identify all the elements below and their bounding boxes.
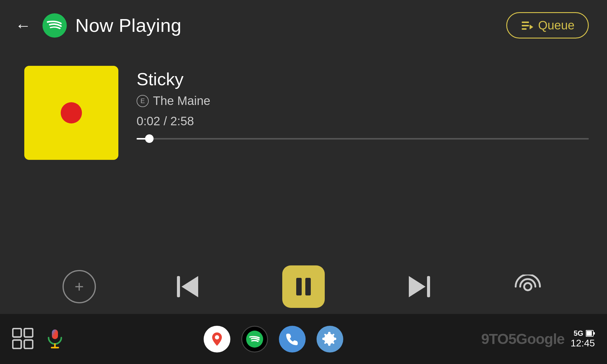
svg-point-18 (246, 331, 263, 348)
svg-rect-5 (177, 276, 180, 297)
watermark: 9TO5Google (481, 331, 565, 347)
back-button[interactable]: ← (15, 18, 31, 33)
svg-marker-4 (530, 25, 533, 29)
pause-icon (296, 278, 311, 295)
page-title: Now Playing (75, 15, 181, 36)
queue-icon (521, 19, 533, 32)
svg-rect-13 (24, 340, 33, 349)
track-title: Sticky (137, 69, 589, 89)
svg-rect-14 (52, 329, 58, 339)
maps-app-icon[interactable] (204, 326, 230, 352)
microphone-button[interactable] (44, 328, 66, 350)
svg-rect-21 (593, 332, 595, 335)
album-art (24, 66, 118, 160)
status-icons: 5G (571, 329, 595, 338)
svg-point-17 (215, 335, 219, 339)
settings-icon (322, 331, 338, 347)
svg-point-0 (42, 13, 67, 38)
queue-button[interactable]: Queue (506, 12, 589, 39)
next-button[interactable] (401, 270, 435, 303)
time-status: 5G 12:45 (571, 329, 595, 349)
phone-icon (284, 331, 300, 347)
svg-rect-10 (13, 329, 21, 337)
track-artist: E The Maine (137, 94, 589, 108)
maps-icon (209, 331, 225, 347)
cast-button[interactable] (511, 270, 544, 303)
signal-text: 5G (574, 329, 583, 338)
phone-app-icon[interactable] (279, 326, 306, 352)
grid-button[interactable] (12, 328, 33, 350)
clock: 12:45 (571, 338, 595, 349)
svg-rect-8 (427, 276, 430, 297)
controls-bar: + (0, 265, 607, 308)
spotify-app-icon[interactable] (241, 326, 268, 352)
track-info: Sticky E The Maine 0:02 / 2:58 (137, 66, 589, 141)
microphone-icon (44, 328, 66, 349)
svg-rect-3 (522, 28, 527, 30)
pause-bar-left (296, 278, 302, 295)
pause-bar-right (305, 278, 311, 295)
progress-fill (137, 138, 146, 140)
main-content: Sticky E The Maine 0:02 / 2:58 (0, 48, 607, 172)
svg-marker-7 (409, 276, 426, 297)
header-left: ← Now Playing (15, 13, 181, 38)
add-button[interactable]: + (63, 270, 96, 303)
header: ← Now Playing Queue (0, 0, 607, 48)
taskbar-right: 9TO5Google 5G 12:45 (481, 329, 595, 349)
cast-icon (514, 275, 541, 299)
queue-button-label: Queue (538, 19, 575, 32)
progress-track (137, 138, 589, 140)
svg-point-9 (524, 283, 531, 290)
taskbar-center (66, 326, 481, 352)
svg-rect-2 (522, 25, 529, 26)
taskbar-left (12, 328, 66, 350)
next-icon (406, 276, 430, 297)
add-icon: + (75, 278, 84, 296)
previous-icon (177, 276, 201, 297)
artist-name: The Maine (153, 94, 210, 108)
svg-rect-11 (24, 329, 33, 337)
album-art-dot (61, 102, 82, 123)
battery-icon (586, 330, 595, 337)
taskbar: 9TO5Google 5G 12:45 (0, 314, 607, 364)
spotify-logo-icon (42, 13, 67, 38)
progress-thumb (145, 134, 154, 143)
spotify-taskbar-icon (246, 331, 263, 348)
svg-rect-20 (586, 331, 592, 336)
svg-marker-6 (181, 276, 198, 297)
explicit-icon: E (137, 95, 149, 107)
svg-rect-1 (522, 22, 529, 23)
grid-icon (12, 328, 33, 349)
track-time: 0:02 / 2:58 (137, 114, 589, 128)
previous-button[interactable] (172, 270, 206, 303)
progress-bar[interactable] (137, 136, 589, 141)
play-pause-button[interactable] (282, 265, 325, 308)
svg-rect-12 (13, 340, 21, 349)
settings-app-icon[interactable] (317, 326, 343, 352)
